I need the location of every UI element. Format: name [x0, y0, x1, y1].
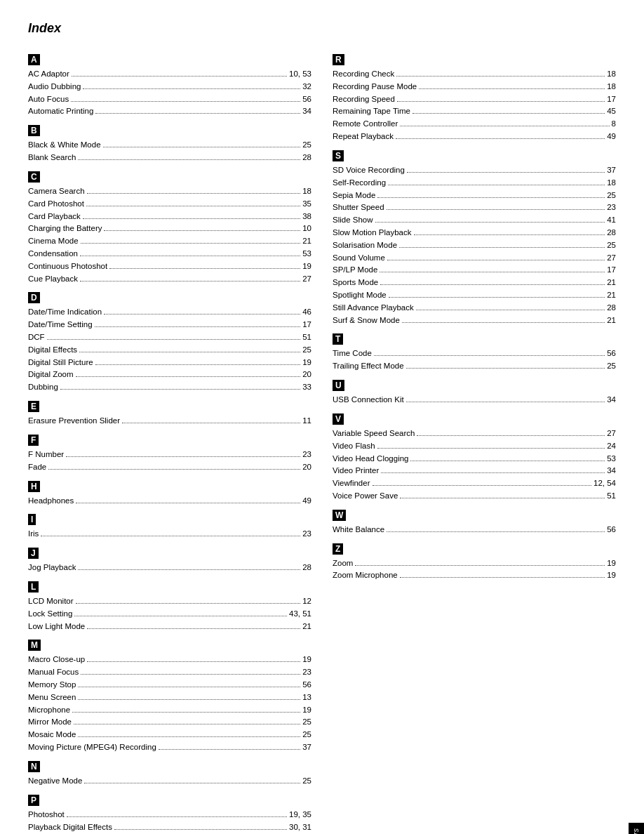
entry-dots — [71, 101, 300, 102]
entry-page: 25 — [302, 716, 311, 729]
entry-page: 10 — [302, 223, 311, 235]
entry-dots — [377, 448, 605, 449]
entry-name: Headphones — [28, 495, 74, 508]
section-header-h: H — [28, 481, 311, 492]
index-entry: Cinema Mode21 — [28, 235, 311, 248]
entry-dots — [86, 206, 300, 206]
index-entry: Menu Screen13 — [28, 691, 311, 704]
entry-dots — [60, 389, 300, 390]
entry-name: Cinema Mode — [28, 235, 79, 248]
entry-dots — [95, 326, 301, 327]
entry-page: 28 — [302, 152, 311, 164]
entry-page: 19 — [302, 654, 311, 666]
entry-page: 45 — [607, 105, 616, 118]
entry-name: Digital Still Picture — [28, 357, 93, 369]
entry-dots — [402, 322, 605, 323]
entry-page: 43, 51 — [289, 608, 311, 621]
entry-dots — [389, 297, 605, 298]
index-entry: Card Photoshot35 — [28, 198, 311, 211]
index-entry: Moving Picture (MPEG4) Recording37 — [28, 741, 311, 754]
section-header-r: R — [333, 54, 616, 65]
entry-dots — [95, 364, 301, 365]
entry-page: 46 — [302, 306, 311, 319]
entry-page: 53 — [607, 453, 616, 465]
entry-page: 27 — [302, 273, 311, 286]
index-entry: Erasure Prevention Slider11 — [28, 415, 311, 428]
index-entry: Low Light Mode21 — [28, 621, 311, 633]
entry-dots — [67, 816, 287, 817]
section-box: E — [28, 401, 39, 412]
index-columns: AAC Adaptor10, 53Audio Dubbing32Auto Foc… — [28, 47, 616, 834]
entry-name: Slow Motion Playback — [333, 227, 412, 239]
index-entry: Mosaic Mode25 — [28, 729, 311, 741]
index-entry: Macro Close-up19 — [28, 654, 311, 666]
entry-dots — [416, 310, 605, 310]
entry-name: Jog Playback — [28, 562, 76, 574]
entry-dots — [396, 76, 605, 77]
entry-name: Menu Screen — [28, 691, 76, 704]
entry-page: 25 — [302, 344, 311, 357]
index-entry: Recording Check18 — [333, 68, 616, 81]
entry-dots — [80, 281, 300, 282]
index-entry: Automatic Printing34 — [28, 105, 311, 118]
entry-name: USB Connection Kit — [333, 394, 404, 406]
index-entry: Auto Focus56 — [28, 93, 311, 106]
index-entry: Jog Playback28 — [28, 562, 311, 574]
section-box: D — [28, 292, 40, 303]
entry-page: 20 — [302, 461, 311, 474]
entry-dots — [114, 829, 287, 830]
entry-dots — [388, 185, 605, 185]
index-entry: Slow Motion Playback28 — [333, 227, 616, 239]
entry-name: Lock Setting — [28, 608, 72, 621]
entry-name: Video Flash — [333, 440, 375, 453]
entry-dots — [103, 147, 301, 147]
entry-page: 28 — [607, 227, 616, 239]
entry-name: Memory Stop — [28, 679, 76, 691]
index-entry: Microphone19 — [28, 704, 311, 717]
page: Index AAC Adaptor10, 53Audio Dubbing32Au… — [0, 0, 644, 834]
entry-page: 56 — [302, 679, 311, 691]
entry-dots — [400, 498, 605, 498]
entry-name: Remote Controller — [333, 118, 398, 131]
entry-page: 11 — [302, 415, 311, 428]
entry-dots — [381, 472, 605, 473]
entry-dots — [47, 339, 301, 340]
section-header-d: D — [28, 292, 311, 303]
entry-dots — [374, 355, 605, 356]
index-entry: Video Flash24 — [333, 440, 616, 453]
entry-dots — [83, 88, 300, 89]
section-header-p: P — [28, 795, 311, 806]
index-entry: DCF51 — [28, 331, 311, 344]
index-entry: Digital Still Picture19 — [28, 357, 311, 369]
entry-name: Dubbing — [28, 381, 58, 394]
index-entry: Manual Focus23 — [28, 666, 311, 679]
section-box: N — [28, 761, 40, 772]
index-entry: Self-Recording18 — [333, 177, 616, 190]
entry-page: 19 — [607, 557, 616, 570]
section-box: S — [333, 150, 344, 161]
entry-page: 28 — [302, 562, 311, 574]
entry-page: 23 — [302, 666, 311, 679]
index-entry: SD Voice Recording37 — [333, 164, 616, 177]
entry-dots — [407, 172, 605, 173]
index-entry: Sports Mode21 — [333, 277, 616, 289]
entry-name: Microphone — [28, 704, 70, 717]
entry-dots — [48, 469, 300, 470]
section-box: P — [28, 795, 39, 806]
entry-page: 33 — [302, 381, 311, 394]
index-entry: Camera Search18 — [28, 185, 311, 198]
entry-dots — [414, 234, 605, 235]
entry-page: 34 — [607, 465, 616, 477]
entry-name: Playback Digital Effects — [28, 821, 112, 834]
entry-page: 41 — [607, 214, 616, 227]
entry-dots — [87, 661, 300, 662]
entry-page: 38 — [302, 211, 311, 223]
entry-name: Black & White Mode — [28, 139, 101, 152]
entry-name: Shutter Speed — [333, 201, 384, 214]
entry-name: Viewfinder — [333, 477, 370, 490]
section-header-u: U — [333, 380, 616, 391]
entry-page: 25 — [302, 729, 311, 741]
index-entry: F Number23 — [28, 449, 311, 461]
index-entry: White Balance56 — [333, 524, 616, 536]
entry-name: Still Advance Playback — [333, 302, 414, 315]
